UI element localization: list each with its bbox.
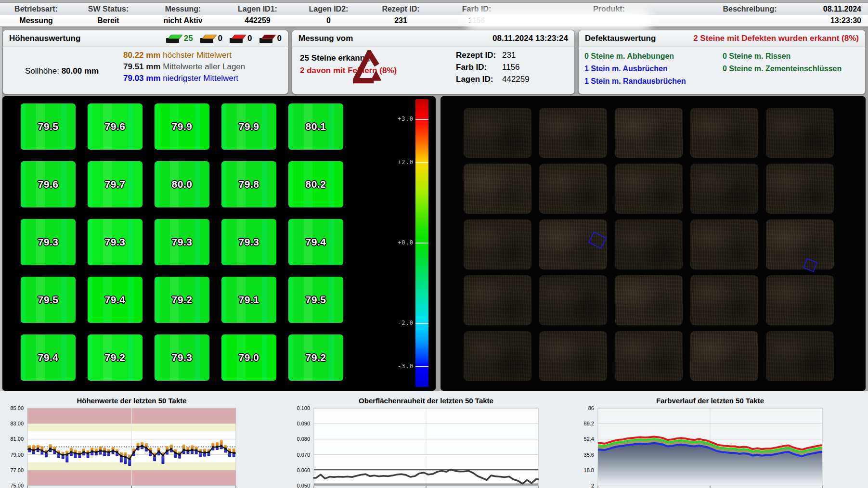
y-tick-label: 79.00 xyxy=(10,452,24,458)
brick-top xyxy=(232,35,246,39)
camera-brick xyxy=(766,164,834,214)
stat-label: höchster Mittelwert xyxy=(161,51,232,60)
min-bar xyxy=(65,455,68,462)
header-value: 0 xyxy=(294,16,363,25)
stat-label: Mittelwerte aller Lagen xyxy=(161,62,246,71)
id-line: Lagen ID:442259 xyxy=(456,73,530,85)
header-label: Lagen ID1: xyxy=(221,5,294,13)
header-value-row: MessungBereitnicht Aktiv4422590231115613… xyxy=(0,15,868,27)
camera-brick xyxy=(539,331,607,381)
panel-defekt-header: Defektauswertung 2 Steine mit Defekten w… xyxy=(579,30,865,47)
header-value: 442259 xyxy=(221,16,294,25)
camera-brick xyxy=(615,108,683,158)
min-bar xyxy=(161,455,164,464)
brick-count: 0 xyxy=(277,34,282,43)
camera-brick xyxy=(615,275,683,325)
header-time: 13:23:30 xyxy=(797,16,868,25)
brick-counters: 25000 xyxy=(159,34,282,43)
status-header: Betriebsart:SW Status:Messung:Lagen ID1:… xyxy=(0,0,868,27)
camera-brick xyxy=(615,219,683,270)
camera-brick xyxy=(615,331,683,381)
camera-brick xyxy=(766,331,834,381)
colorbar-tick-label: -3.0 xyxy=(390,363,414,370)
chart-title: Farbverlauf der letzten 50 Takte xyxy=(656,397,764,405)
heatmap-brick: 79.2 xyxy=(88,334,143,381)
stat-label: niedrigster Mittelwert xyxy=(161,74,239,83)
defekt-stat: 1 Stein m. Ausbrüchen xyxy=(584,63,686,75)
brick-ausschuss-icon xyxy=(259,34,275,43)
camera-brick xyxy=(766,275,834,325)
window-edge xyxy=(0,27,2,391)
brick-top xyxy=(202,35,217,39)
messung-timestamp: 08.11.2024 13:23:24 xyxy=(492,34,568,43)
heatmap-brick: 79.6 xyxy=(21,161,76,207)
id-line: Farb ID:1156 xyxy=(456,61,530,73)
colorbar-tick-label: +0.0 xyxy=(390,239,414,246)
heatmap-brick: 79.1 xyxy=(221,277,276,323)
panel-hoehenauswertung: Höhenauswertung 25000 Sollhöhe: 80.00 mm… xyxy=(2,30,288,94)
defekt-stat: 0 Steine m. Abhebungen xyxy=(584,50,686,63)
hmi-dashboard: Betriebsart:SW Status:Messung:Lagen ID1:… xyxy=(0,0,868,488)
heatmap-brick: 79.3 xyxy=(155,334,209,381)
heatmap-brick: 79.0 xyxy=(221,334,276,381)
camera-brick xyxy=(464,331,531,381)
defekt-column-2: 0 Steine m. Rissen0 Steine m. Zementeins… xyxy=(723,50,842,75)
header-value: Bereit xyxy=(72,16,144,25)
heatmap-brick: 80.1 xyxy=(288,103,343,150)
colorbar-tick xyxy=(415,243,428,244)
y-tick-label: 0.100 xyxy=(297,405,310,411)
colorbar-tick xyxy=(415,366,428,367)
camera-brick xyxy=(539,164,607,214)
chart-title: Oberflächenrauheit der letzten 50 Takte xyxy=(359,397,493,405)
colorbar-tick-label: +2.0 xyxy=(390,159,414,166)
hoehen-statistik: 80.22 mm höchster Mittelwert79.51 mm Mit… xyxy=(123,50,245,84)
stat-line: 80.22 mm höchster Mittelwert xyxy=(123,50,245,61)
stat-value: 80.22 mm xyxy=(123,51,161,60)
y-tick-label: 0.090 xyxy=(297,421,310,426)
y-tick-label: 35.6 xyxy=(584,452,594,458)
heatmap-brick: 79.3 xyxy=(21,219,76,265)
camera-brick xyxy=(766,219,834,270)
colorbar-tick xyxy=(415,162,428,163)
camera-brick xyxy=(464,164,531,214)
stat-line: 79.03 mm niedrigster Mittelwert xyxy=(123,73,245,84)
chart-title: Höhenwerte der letzten 50 Takte xyxy=(77,397,186,405)
heatmap-brick: 79.3 xyxy=(221,219,276,265)
chart-hoehenwerte: 85.0083.0081.0079.0077.0075.00Höhenwerte… xyxy=(0,393,289,488)
camera-brick xyxy=(690,164,758,214)
y-tick-label: 0.080 xyxy=(297,436,310,442)
heatmap-brick: 80.2 xyxy=(288,161,343,207)
stat-line: 79.51 mm Mittelwerte aller Lagen xyxy=(123,61,245,73)
id-label: Lagen ID: xyxy=(456,73,502,85)
heatmap-brick: 79.6 xyxy=(88,103,143,150)
camera-brick xyxy=(615,164,683,214)
brick-top xyxy=(168,35,182,39)
camera-brick xyxy=(464,275,531,325)
y-tick-label: 69.2 xyxy=(584,421,594,426)
y-tick-label: 0.060 xyxy=(297,467,310,473)
y-tick-label: 81.00 xyxy=(10,436,24,442)
heatmap-brick: 79.2 xyxy=(288,334,343,381)
camera-brick xyxy=(690,219,758,270)
messung-ids: Rezept ID:231Farb ID:1156Lagen ID:442259 xyxy=(456,49,530,85)
defekt-stat: 0 Steine m. Rissen xyxy=(723,50,842,63)
defekt-summary: 2 Steine mit Defekten wurden erkannt (8%… xyxy=(693,34,859,43)
id-value: 1156 xyxy=(502,63,520,72)
heatmap-brick: 79.4 xyxy=(288,219,343,265)
heatmap-brick: 79.5 xyxy=(288,277,343,323)
heatmap-brick: 79.5 xyxy=(21,103,76,150)
stat-value: 79.51 mm xyxy=(123,62,161,71)
y-tick-label: 0.070 xyxy=(297,452,310,458)
header-date: 08.11.2024 xyxy=(797,5,868,13)
header-label: Messung: xyxy=(144,5,221,13)
chart-oberflaechenrauheit: 0.1000.0900.0800.0700.0600.050Oberfläche… xyxy=(289,393,578,488)
trend-charts-section: 85.0083.0081.0079.0077.0075.00Höhenwerte… xyxy=(0,391,868,488)
header-label: Farb ID: xyxy=(438,5,515,13)
panel-messung: Messung vom 08.11.2024 13:23:24 25 Stein… xyxy=(292,30,575,94)
y-tick-label: 52.4 xyxy=(584,436,594,442)
header-label: Rezept ID: xyxy=(363,5,438,13)
kamera-image xyxy=(440,96,866,391)
camera-brick xyxy=(690,275,758,325)
id-label: Rezept ID: xyxy=(456,49,502,61)
y-tick-label: 18.8 xyxy=(584,467,594,473)
